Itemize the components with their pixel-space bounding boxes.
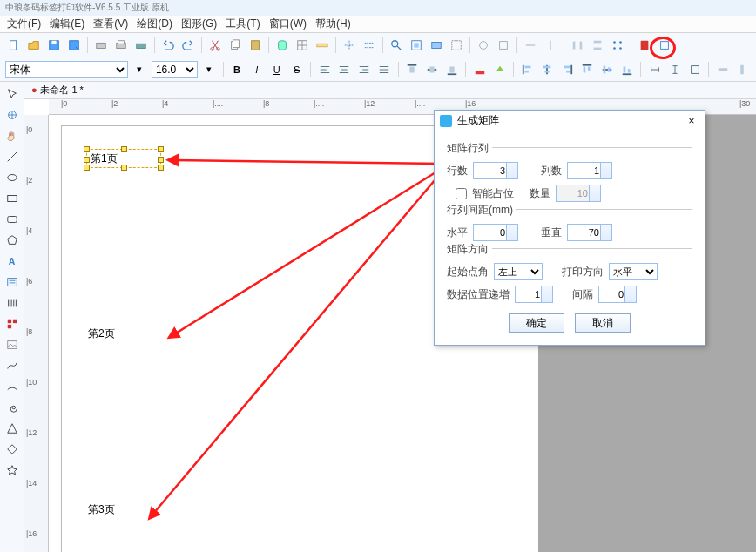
menu-draw[interactable]: 绘图(D) <box>133 15 176 33</box>
pdf-icon[interactable] <box>636 37 653 54</box>
database-icon[interactable] <box>273 37 291 54</box>
saveas-icon[interactable] <box>65 37 83 54</box>
paste-icon[interactable] <box>246 37 264 54</box>
fitwidth-icon[interactable] <box>428 37 445 54</box>
printdir-select[interactable]: 水平 <box>609 263 658 280</box>
open-icon[interactable] <box>25 37 43 54</box>
curve-tool-icon[interactable] <box>3 357 21 374</box>
obj2-text[interactable]: 第2页 <box>88 326 115 341</box>
samew-icon[interactable] <box>646 61 663 78</box>
copy-icon[interactable] <box>226 37 244 54</box>
underline-icon[interactable]: U <box>268 61 285 78</box>
polygon-tool-icon[interactable] <box>3 232 21 249</box>
more-icon[interactable] <box>656 37 673 54</box>
fmt-end2-icon[interactable] <box>734 61 751 78</box>
cancel-button[interactable]: 取消 <box>575 313 631 333</box>
guides-icon[interactable] <box>341 37 358 54</box>
horiz-spinner[interactable]: 0 <box>473 224 518 241</box>
cols-spinner[interactable]: 1 <box>567 162 612 179</box>
ok-button[interactable]: 确定 <box>509 313 564 333</box>
print-icon[interactable] <box>112 37 130 54</box>
valignT-icon[interactable] <box>404 61 421 78</box>
fit-icon[interactable] <box>408 37 425 54</box>
fmt-end1-icon[interactable] <box>714 61 731 78</box>
rect-tool-icon[interactable] <box>3 190 21 207</box>
menu-tools[interactable]: 工具(T) <box>222 15 263 33</box>
obj3-text[interactable]: 第3页 <box>88 502 115 517</box>
obj-alignM-icon[interactable] <box>599 61 616 78</box>
richtext-tool-icon[interactable] <box>3 273 21 291</box>
offset-spinner[interactable]: 1 <box>515 286 553 303</box>
alignJ-icon[interactable] <box>376 61 393 78</box>
line-tool-icon[interactable] <box>3 148 21 165</box>
align1-icon[interactable] <box>522 37 539 54</box>
font-size-select[interactable]: 16.0 <box>152 61 198 78</box>
arc-tool-icon[interactable] <box>3 378 21 395</box>
dist1-icon[interactable] <box>569 37 586 54</box>
printer-icon[interactable] <box>132 37 150 54</box>
document-tab[interactable]: ● 未命名-1 * <box>24 82 756 99</box>
font-family-select[interactable]: 宋体 <box>5 61 128 78</box>
xtool2-icon[interactable] <box>495 37 512 54</box>
alignR-icon[interactable] <box>356 61 373 78</box>
matrix-icon[interactable] <box>609 37 626 54</box>
image-tool-icon[interactable] <box>3 336 21 353</box>
fill-icon[interactable] <box>491 61 508 78</box>
font-smaller-icon[interactable]: ▾ <box>201 61 218 78</box>
guides2-icon[interactable] <box>361 37 378 54</box>
valignM-icon[interactable] <box>424 61 441 78</box>
zoom-icon[interactable] <box>388 37 405 54</box>
ruler-icon[interactable] <box>314 37 331 54</box>
selected-object[interactable]: 第1页 <box>86 149 161 168</box>
star-tool-icon[interactable] <box>3 461 21 479</box>
obj-alignB-icon[interactable] <box>619 61 636 78</box>
strike-icon[interactable]: S <box>288 61 305 78</box>
font-bigger-icon[interactable]: ▾ <box>132 61 148 78</box>
triangle-tool-icon[interactable] <box>3 420 21 437</box>
alignC-icon[interactable] <box>336 61 353 78</box>
color-icon[interactable] <box>471 61 488 78</box>
save-icon[interactable] <box>45 37 63 54</box>
menu-file[interactable]: 文件(F) <box>3 15 44 33</box>
menu-edit[interactable]: 编辑(E) <box>46 15 88 33</box>
menu-window[interactable]: 窗口(W) <box>266 15 310 33</box>
gap-spinner[interactable]: 0 <box>598 286 637 303</box>
spiral-tool-icon[interactable] <box>3 399 21 416</box>
text-tool-icon[interactable]: A <box>3 252 21 270</box>
sameh-icon[interactable] <box>666 61 683 78</box>
bold-icon[interactable]: B <box>229 61 246 78</box>
cut-icon[interactable] <box>206 37 224 54</box>
roundrect-tool-icon[interactable] <box>3 211 21 228</box>
menu-help[interactable]: 帮助(H) <box>312 15 354 33</box>
diamond-tool-icon[interactable] <box>3 441 21 458</box>
redo-icon[interactable] <box>179 37 197 54</box>
hand-icon[interactable] <box>3 127 21 145</box>
vert-spinner[interactable]: 70 <box>567 224 612 241</box>
grid-icon[interactable] <box>294 37 311 54</box>
selectall-icon[interactable] <box>448 37 465 54</box>
alignL-icon[interactable] <box>316 61 333 78</box>
align2-icon[interactable] <box>542 37 559 54</box>
qrcode-tool-icon[interactable] <box>3 315 21 333</box>
xtool1-icon[interactable] <box>475 37 492 54</box>
ellipse-tool-icon[interactable] <box>3 169 21 186</box>
italic-icon[interactable]: I <box>248 61 265 78</box>
rows-spinner[interactable]: 3 <box>473 162 518 179</box>
print-preview-icon[interactable] <box>92 37 110 54</box>
obj-alignL-icon[interactable] <box>519 61 536 78</box>
obj-alignR-icon[interactable] <box>559 61 576 78</box>
pointer-icon[interactable] <box>3 85 21 103</box>
menu-view[interactable]: 查看(V) <box>90 15 132 33</box>
undo-icon[interactable] <box>159 37 177 54</box>
menu-shape[interactable]: 图形(G) <box>178 15 220 33</box>
start-select[interactable]: 左上 <box>494 263 543 280</box>
obj-alignT-icon[interactable] <box>579 61 596 78</box>
samesize-icon[interactable] <box>686 61 703 78</box>
move-icon[interactable] <box>3 106 21 124</box>
dist2-icon[interactable] <box>589 37 606 54</box>
obj-alignC-icon[interactable] <box>539 61 556 78</box>
dialog-close-button[interactable]: × <box>684 115 699 127</box>
new-icon[interactable] <box>5 37 23 54</box>
barcode-tool-icon[interactable] <box>3 294 21 312</box>
smart-checkbox[interactable] <box>456 188 467 199</box>
